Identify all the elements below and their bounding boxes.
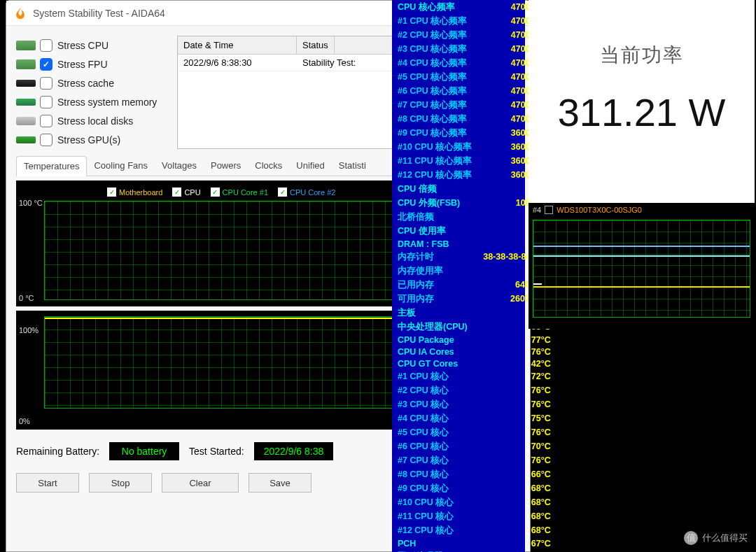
- col-date: Date & Time: [178, 36, 297, 54]
- option-label: Stress system memory: [57, 97, 157, 108]
- hw-row: #2 CPU 核心76°C: [392, 383, 556, 397]
- series-index: #4: [533, 206, 541, 214]
- watermark: 值 什么值得买: [684, 531, 748, 545]
- tab-unified[interactable]: Unified: [289, 156, 331, 176]
- started-label: Test Started:: [189, 446, 244, 457]
- hw-row: PCH67°C: [392, 537, 556, 549]
- stress-options: Stress CPU Stress FPU Stress cache Stres…: [16, 36, 170, 149]
- window-title: System Stability Test - AIDA64: [33, 8, 165, 19]
- graph-grid: 76766634: [533, 220, 750, 318]
- chip-icon: [16, 117, 36, 125]
- hw-row: #4 CPU 核心75°C: [392, 411, 556, 425]
- legend-item[interactable]: ✓CPU Core #2: [278, 187, 335, 197]
- stress-option[interactable]: Stress CPU: [16, 36, 170, 55]
- stress-option[interactable]: Stress cache: [16, 73, 170, 92]
- started-value: 2022/9/6 8:38: [254, 442, 334, 460]
- hw-row: #12 CPU 核心68°C: [392, 523, 556, 537]
- save-button[interactable]: Save: [248, 473, 312, 493]
- hwinfo-column: CPU 核心频率4700 MHz#1 CPU 核心频率4700 MHz#2 CP…: [392, 0, 525, 552]
- option-label: Stress cache: [57, 78, 114, 89]
- legend-item[interactable]: ✓CPU: [172, 187, 200, 197]
- tab-cooling fans[interactable]: Cooling Fans: [87, 156, 155, 176]
- stress-option[interactable]: Stress GPU(s): [16, 130, 170, 149]
- hw-row: CPU IA Cores76°C: [392, 346, 556, 358]
- hw-row: #6 CPU 核心70°C: [392, 439, 556, 453]
- remaining-value: No battery: [109, 442, 179, 460]
- chip-icon: [16, 136, 36, 143]
- legend-item[interactable]: ✓Motherboard: [107, 187, 162, 197]
- remaining-label: Remaining Battery:: [16, 446, 99, 457]
- start-button[interactable]: Start: [16, 473, 79, 493]
- option-label: Stress GPU(s): [57, 134, 120, 146]
- checkbox[interactable]: [40, 39, 52, 52]
- clear-button[interactable]: Clear: [162, 473, 239, 493]
- legend-checkbox[interactable]: ✓: [278, 187, 287, 197]
- disk-temp-graph: #4 WDS100T3X0C-00SJG0 76766634: [528, 203, 755, 329]
- tab-clocks[interactable]: Clocks: [248, 156, 289, 176]
- checkbox[interactable]: [40, 96, 52, 108]
- power-title: 当前功率: [528, 42, 755, 69]
- option-label: Stress local disks: [57, 115, 133, 127]
- series-name: WDS100T3X0C-00SJG0: [556, 206, 642, 214]
- hw-row: #5 CPU 核心76°C: [392, 425, 556, 439]
- power-value: 311.21 W: [528, 90, 755, 135]
- legend-checkbox[interactable]: ✓: [107, 187, 116, 197]
- hw-row: #3 CPU 核心76°C: [392, 397, 556, 411]
- stress-option[interactable]: Stress local disks: [16, 111, 170, 130]
- tab-temperatures[interactable]: Temperatures: [16, 156, 87, 176]
- checkbox[interactable]: [40, 115, 52, 127]
- tab-voltages[interactable]: Voltages: [155, 156, 204, 176]
- hw-row: #9 CPU 核心68°C: [392, 481, 556, 495]
- watermark-icon: 值: [684, 531, 698, 545]
- chip-icon: [16, 59, 36, 69]
- legend-checkbox[interactable]: ✓: [172, 187, 181, 197]
- power-panel: 当前功率 311.21 W: [528, 0, 755, 203]
- hw-row: #11 CPU 核心68°C: [392, 509, 556, 523]
- hw-row: CPU Package77°C: [392, 334, 556, 346]
- hw-row: #8 CPU 核心66°C: [392, 467, 556, 481]
- axis-100c: 100 °C: [19, 199, 43, 207]
- chip-icon: [16, 41, 36, 50]
- tab-powers[interactable]: Powers: [204, 156, 248, 176]
- hw-row: 图形处理器(GPU)40°C: [392, 549, 556, 552]
- stop-button[interactable]: Stop: [89, 473, 152, 493]
- chip-icon: [16, 99, 36, 106]
- axis-0c: 0 °C: [19, 294, 34, 302]
- checkbox[interactable]: [40, 77, 52, 90]
- chip-icon: [16, 80, 36, 87]
- col-status: Status: [297, 36, 335, 54]
- axis-0pct: 0%: [19, 417, 30, 425]
- flame-icon: [13, 6, 27, 20]
- option-label: Stress FPU: [57, 59, 108, 70]
- tab-statisti[interactable]: Statisti: [332, 156, 373, 176]
- legend-checkbox[interactable]: ✓: [211, 187, 220, 197]
- series-checkbox[interactable]: [545, 206, 553, 214]
- axis-100pct: 100%: [19, 326, 38, 334]
- checkbox[interactable]: [40, 58, 52, 71]
- option-label: Stress CPU: [57, 40, 108, 51]
- hw-row: CPU GT Cores42°C: [392, 358, 556, 369]
- legend-item[interactable]: ✓CPU Core #1: [211, 187, 268, 197]
- stress-option[interactable]: Stress FPU: [16, 55, 170, 73]
- checkbox[interactable]: [40, 134, 52, 146]
- hw-row: #7 CPU 核心76°C: [392, 453, 556, 467]
- stress-option[interactable]: Stress system memory: [16, 92, 170, 111]
- hw-row: #10 CPU 核心68°C: [392, 495, 556, 509]
- hw-row: #1 CPU 核心72°C: [392, 369, 556, 383]
